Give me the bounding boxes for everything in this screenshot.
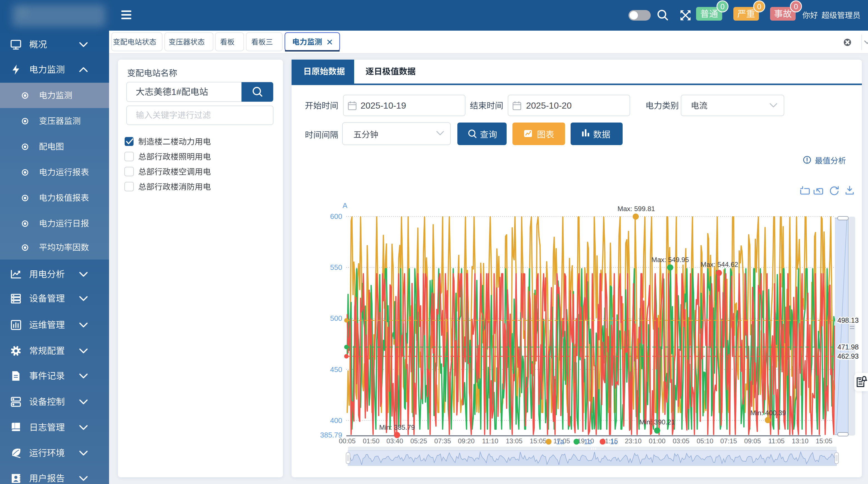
svg-text:11:05: 11:05: [768, 437, 784, 445]
svg-text:05:10: 05:10: [696, 437, 713, 445]
svg-text:03:05: 03:05: [673, 437, 689, 445]
svg-text:11:10: 11:10: [482, 437, 498, 445]
svg-text:07:15: 07:15: [720, 437, 737, 445]
svg-text:2025-10-20: 2025-10-20: [526, 101, 572, 111]
svg-text:500: 500: [330, 314, 342, 322]
svg-text:13:10: 13:10: [792, 437, 808, 445]
svg-text:09:20: 09:20: [458, 437, 475, 445]
svg-text:Max: 599.81: Max: 599.81: [618, 205, 655, 212]
svg-text:00:05: 00:05: [339, 437, 355, 445]
svg-text:1a: 1a: [556, 438, 564, 446]
svg-text:23:10: 23:10: [625, 437, 642, 445]
svg-text:1b: 1b: [584, 438, 592, 446]
svg-text:13:05: 13:05: [506, 437, 523, 445]
svg-text:07:35: 07:35: [434, 437, 451, 445]
svg-text:Min: 385.79: Min: 385.79: [379, 424, 415, 431]
svg-text:2025-10-19: 2025-10-19: [361, 101, 406, 111]
svg-text:05:25: 05:25: [410, 437, 427, 445]
svg-text:462.93: 462.93: [837, 352, 859, 360]
svg-text:03:40: 03:40: [386, 437, 403, 445]
svg-text:400: 400: [330, 416, 342, 425]
svg-text:0: 0: [794, 2, 798, 11]
svg-text:498.13: 498.13: [837, 316, 859, 324]
svg-text:Max: 544.62: Max: 544.62: [701, 261, 738, 268]
svg-text:01:50: 01:50: [363, 437, 379, 445]
svg-text:15:05: 15:05: [530, 437, 547, 445]
svg-text:550: 550: [330, 263, 342, 272]
svg-text:1c: 1c: [610, 438, 617, 446]
svg-text:1#: 1#: [172, 87, 181, 97]
svg-text:471.98: 471.98: [837, 343, 859, 351]
svg-text:Min: 390.21: Min: 390.21: [639, 418, 675, 426]
svg-text:Max: 549.95: Max: 549.95: [652, 256, 689, 263]
svg-text:09:05: 09:05: [744, 437, 761, 445]
svg-text:600: 600: [330, 212, 342, 221]
svg-text:450: 450: [330, 365, 342, 374]
svg-text:01:00: 01:00: [649, 437, 665, 445]
svg-text:15:05: 15:05: [816, 437, 832, 445]
svg-text:A: A: [342, 201, 347, 210]
svg-text:Min: 400.39: Min: 400.39: [750, 409, 786, 417]
svg-text:0: 0: [720, 2, 724, 11]
svg-text:0: 0: [757, 2, 761, 11]
